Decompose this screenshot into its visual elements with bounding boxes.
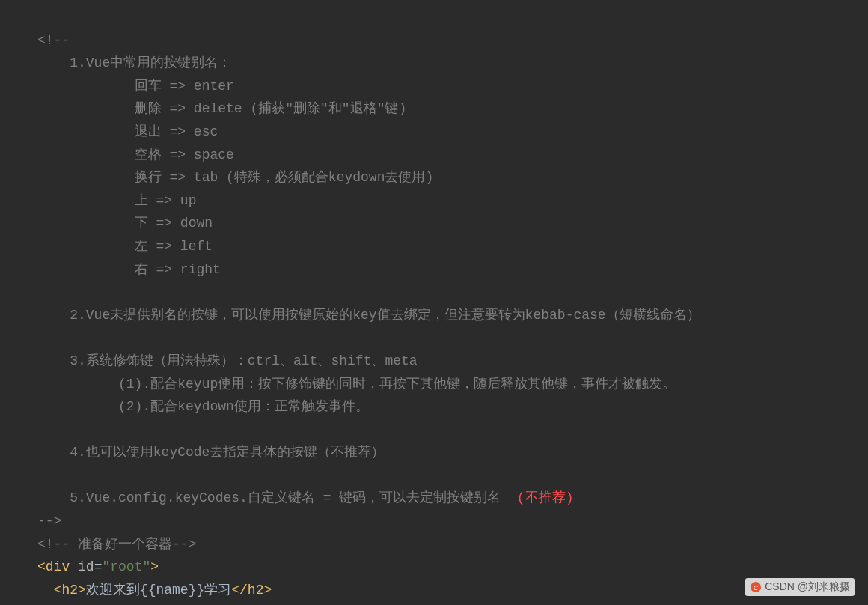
div-open-tag: <div [37,559,78,574]
comment-close: --> [37,514,61,529]
comment-line: 回车 => enter [37,79,234,94]
svg-text:C: C [754,584,759,592]
csdn-watermark: C CSDN @刘米粮摄 [745,578,855,596]
attr-id: id [78,559,94,574]
equals: = [94,559,103,574]
comment-line: 右 => right [37,262,221,277]
comment-line: 上 => up [37,193,196,208]
comment-line: 4.也可以使用keyCode去指定具体的按键（不推荐） [37,445,385,460]
h2-open: <h2> [54,583,86,598]
tag-close-bracket: > [150,559,159,574]
comment-line: 3.系统修饰键（用法特殊）：ctrl、alt、shift、meta [37,353,418,368]
comment-line: 下 => down [37,216,213,231]
comment-line: 空格 => space [37,148,234,162]
comment-container: <!-- 准备好一个容器--> [37,537,196,552]
comment-open: <!-- [37,33,78,48]
watermark-text: CSDN @刘米粮摄 [765,578,850,596]
attr-value-root: "root" [102,559,150,574]
comment-line: 1.Vue中常用的按键别名： [37,55,231,70]
comment-line: 退出 => esc [37,124,218,139]
h2-text: 欢迎来到{{name}}学习 [86,583,231,598]
comment-line: 删除 => delete (捕获"删除"和"退格"键) [37,101,406,116]
code-editor[interactable]: <!-- 1.Vue中常用的按键别名： 回车 => enter 删除 => de… [0,0,868,605]
csdn-logo-icon: C [750,581,762,593]
comment-line: 2.Vue未提供别名的按键，可以使用按键原始的key值去绑定，但注意要转为keb… [37,308,700,323]
comment-line: (1).配合keyup使用：按下修饰键的同时，再按下其他键，随后释放其他键，事件… [37,377,676,392]
comment-line: 换行 => tab (特殊，必须配合keydown去使用) [37,170,433,185]
warning-text: (不推荐) [517,490,574,505]
comment-line: 5.Vue.config.keyCodes.自定义键名 = 键码，可以去定制按键… [37,490,517,505]
comment-line: 左 => left [37,239,213,254]
h2-close: </h2> [231,583,272,598]
comment-line: (2).配合keydown使用：正常触发事件。 [37,399,369,414]
